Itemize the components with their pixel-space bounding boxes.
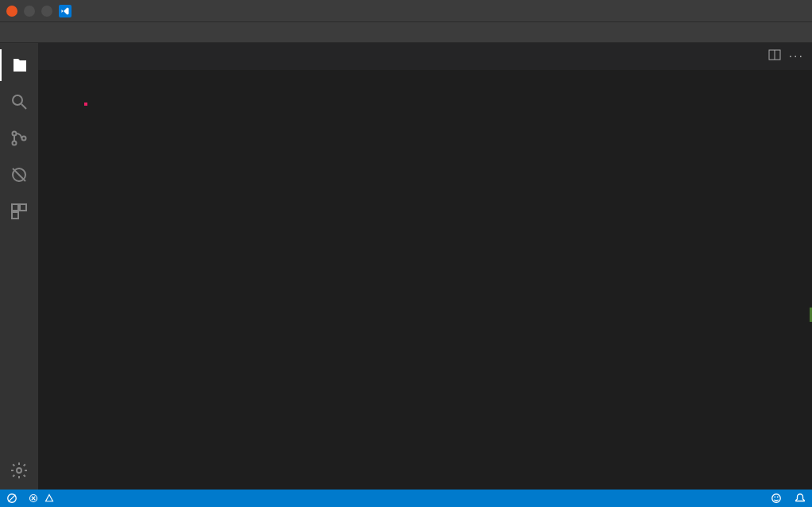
- svg-point-3: [13, 141, 17, 145]
- svg-point-19: [774, 496, 775, 497]
- status-remote-icon[interactable]: [6, 493, 17, 504]
- text-editor[interactable]: [38, 71, 812, 490]
- source-control-icon[interactable]: [0, 122, 38, 154]
- activity-bar: [0, 43, 38, 490]
- svg-point-20: [777, 496, 779, 497]
- split-editor-icon[interactable]: [768, 48, 781, 64]
- debug-icon[interactable]: [0, 159, 38, 191]
- selection-highlight-box: [84, 103, 87, 106]
- explorer-icon[interactable]: [0, 49, 38, 81]
- svg-point-4: [22, 137, 26, 141]
- tabbar-actions: ···: [760, 43, 812, 70]
- window-minimize-icon[interactable]: [24, 6, 35, 17]
- window-titlebar: [0, 0, 812, 22]
- svg-line-1: [21, 104, 26, 109]
- svg-line-14: [9, 495, 16, 502]
- menubar: [0, 22, 812, 43]
- window-maximize-icon[interactable]: [41, 6, 52, 17]
- status-problems[interactable]: [29, 493, 57, 503]
- svg-point-10: [17, 468, 21, 473]
- svg-rect-9: [12, 212, 18, 219]
- svg-point-2: [13, 132, 17, 136]
- vscode-icon: [59, 5, 72, 17]
- settings-gear-icon[interactable]: [0, 455, 38, 486]
- editor-group: ···: [38, 43, 812, 490]
- line-number-gutter: [38, 71, 78, 490]
- status-bar: [0, 490, 812, 507]
- status-feedback-icon[interactable]: [771, 493, 782, 504]
- tab-bar: ···: [38, 43, 812, 71]
- more-actions-icon[interactable]: ···: [789, 49, 804, 64]
- svg-rect-8: [20, 204, 26, 211]
- code-content[interactable]: [78, 71, 812, 490]
- svg-rect-7: [12, 204, 18, 211]
- search-icon[interactable]: [0, 86, 38, 118]
- svg-point-18: [772, 494, 781, 503]
- extensions-icon[interactable]: [0, 195, 38, 227]
- status-notifications-icon[interactable]: [795, 493, 806, 504]
- window-close-icon[interactable]: [6, 6, 17, 17]
- svg-point-0: [13, 95, 22, 105]
